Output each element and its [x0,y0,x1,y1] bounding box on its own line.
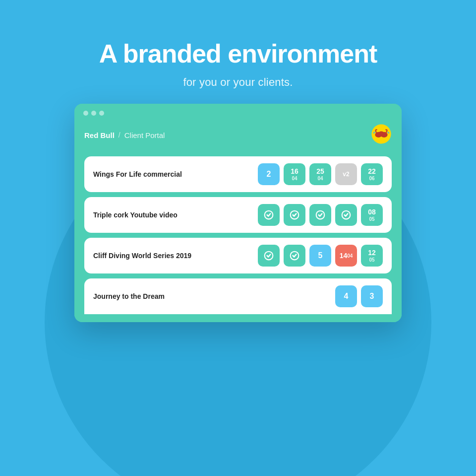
svg-point-3 [378,132,384,136]
project-name-3: Cliff Diving World Series 2019 [93,252,252,260]
badge-date-2504: 2504 [309,163,331,185]
project-row-partial: Journey to the Dream 4 3 [84,278,392,314]
badge-check-5[interactable] [258,245,280,267]
badge-check-2[interactable] [284,204,305,226]
badge-number-4[interactable]: 4 [335,285,357,307]
project-row: Wings For Life commercial 2 1604 2504 v2… [84,156,392,192]
breadcrumb: Red Bull / Client Portal [84,131,165,139]
badge-check-6[interactable] [284,245,305,267]
browser-nav: Red Bull / Client Portal [74,121,402,152]
badges-row-3: 5 1404 1205 [258,245,383,267]
bottom-spacer [74,314,402,322]
badge-date-0805: 0805 [361,204,383,226]
badge-date-2206: 2206 [361,163,383,185]
badge-check-1[interactable] [258,204,280,226]
badge-date-1604: 1604 [284,163,305,185]
hero-title: A branded environment [99,40,377,68]
project-name-2: Triple cork Youtube video [93,211,252,219]
breadcrumb-page: Client Portal [124,131,165,139]
project-name-4: Journey to the Dream [93,292,329,300]
badges-row-1: 2 1604 2504 v2 2206 [258,163,383,185]
badge-check-3[interactable] [309,204,331,226]
badge-check-4[interactable] [335,204,357,226]
badge-date-1404: 1404 [335,245,357,267]
badge-number-2[interactable]: 2 [258,163,280,185]
browser-window: Red Bull / Client Portal Win [74,104,402,322]
window-dot-close[interactable] [83,111,88,116]
window-dot-maximize[interactable] [99,111,104,116]
project-name-1: Wings For Life commercial [93,170,252,178]
badges-row-2: 0805 [258,204,383,226]
browser-content: Wings For Life commercial 2 1604 2504 v2… [74,152,402,314]
badges-row-4: 4 3 [335,285,383,307]
breadcrumb-separator: / [119,131,120,139]
badge-date-1205: 1205 [361,245,383,267]
breadcrumb-brand: Red Bull [84,131,115,139]
brand-logo [371,124,392,146]
browser-titlebar [74,104,402,121]
badge-v2[interactable]: v2 [335,163,357,185]
window-dot-minimize[interactable] [91,111,96,116]
hero-section: A branded environment for you or your cl… [99,0,377,89]
project-row: Triple cork Youtube video [84,197,392,233]
badge-number-5[interactable]: 5 [309,245,331,267]
project-row: Cliff Diving World Series 2019 5 1 [84,238,392,273]
badge-number-3[interactable]: 3 [361,285,383,307]
hero-subtitle: for you or your clients. [99,76,377,89]
